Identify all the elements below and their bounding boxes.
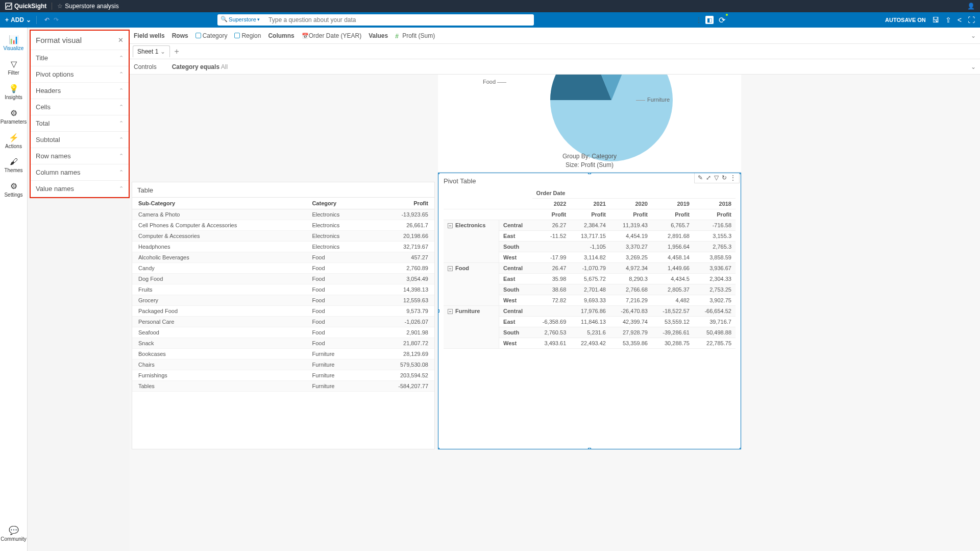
topbar: QuickSight ☆ Superstore analysis 👤 xyxy=(0,0,980,12)
add-button[interactable]: + ADD ⌄ xyxy=(5,16,31,23)
quicksight-icon xyxy=(5,3,12,10)
undo-icon[interactable]: ↶ xyxy=(44,16,50,23)
save-icon[interactable]: 🖫 xyxy=(932,16,939,24)
more-icon[interactable]: ⋮ xyxy=(696,16,702,23)
undo-redo-group: ↶ ↷ xyxy=(44,16,59,23)
q-search-wrap: 🔍 Superstore ▾ xyxy=(217,14,534,26)
share-icon[interactable]: < xyxy=(958,16,962,24)
actionbar-divider xyxy=(36,16,37,24)
fullscreen-icon[interactable]: ⛶ xyxy=(968,16,975,24)
export-icon[interactable]: ⇪ xyxy=(945,16,951,24)
plus-icon: + xyxy=(5,16,9,23)
favorite-icon[interactable]: ☆ xyxy=(57,3,63,10)
actionbar-right: AUTOSAVE ON 🖫 ⇪ < ⛶ xyxy=(885,16,975,24)
analysis-title[interactable]: Superstore analysis xyxy=(65,3,118,10)
user-icon[interactable]: 👤 xyxy=(967,3,975,10)
actionbar: + ADD ⌄ ↶ ↷ 🔍 Superstore ▾ ⋮ ◧ ⟳ AUTOSAV… xyxy=(0,12,980,28)
brand-name: QuickSight xyxy=(14,3,46,10)
topbar-divider xyxy=(52,3,52,10)
q-search-prefix[interactable]: 🔍 Superstore ▾ xyxy=(220,16,260,22)
chevron-down-icon: ⌄ xyxy=(26,16,31,23)
brand-logo[interactable]: QuickSight xyxy=(5,3,46,10)
chevron-down-icon: ▾ xyxy=(257,17,260,22)
autosave-label[interactable]: AUTOSAVE ON xyxy=(885,17,926,23)
pin-icon[interactable]: ◧ xyxy=(705,15,714,25)
q-search-tail: ⋮ ◧ ⟳ xyxy=(696,15,726,25)
redo-icon[interactable]: ↷ xyxy=(54,16,59,23)
add-label: ADD xyxy=(11,16,24,23)
search-icon: 🔍 xyxy=(220,16,228,22)
refresh-q-icon[interactable]: ⟳ xyxy=(717,15,726,25)
q-search-input[interactable] xyxy=(217,14,534,26)
q-topic-name: Superstore xyxy=(229,16,256,22)
